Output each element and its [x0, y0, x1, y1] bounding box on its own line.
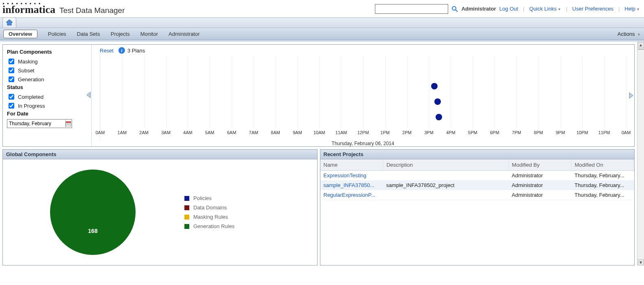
hour-label: 7PM [512, 130, 521, 135]
tab-policies[interactable]: Policies [48, 31, 66, 37]
table-cell: Thursday, February... [571, 190, 634, 200]
legend-label: Generation Rules [193, 223, 234, 229]
col-name[interactable]: Name [320, 159, 383, 171]
swatch-generation-rules [184, 224, 189, 229]
tab-overview[interactable]: Overview [3, 30, 37, 38]
table-cell: Thursday, February... [571, 181, 634, 190]
chk-in-progress-box[interactable] [9, 103, 14, 109]
recent-projects-panel: Recent Projects Name Description Modifie… [320, 149, 635, 265]
table-cell: RegularExpressionP... [320, 190, 383, 200]
hour-label: 2PM [402, 130, 412, 135]
tab-strip [0, 17, 644, 28]
legend-item-masking-rules: Masking Rules [184, 214, 234, 220]
table-header-row: Name Description Modified By Modified On [320, 159, 634, 171]
hour-label: 11AM [335, 130, 347, 135]
hour-label: 1PM [381, 130, 390, 135]
pie-legend: Policies Data Domains Masking Rules Gene… [184, 192, 234, 233]
pie-value-label: 168 [88, 228, 97, 234]
hour-label: 5PM [468, 130, 478, 135]
table-cell: ExpressionTesting [320, 171, 383, 181]
legend-label: Data Domains [193, 205, 227, 211]
chk-masking-box[interactable] [9, 59, 14, 64]
hour-label: 0AM [622, 130, 631, 135]
for-date-title: For Date [7, 111, 87, 117]
calendar-icon[interactable] [65, 120, 72, 127]
brand-block: ● ● ● ● ● ● ● ● ● informatica Test Data … [2, 2, 125, 16]
logout-link[interactable]: Log Out [499, 6, 518, 12]
timeline-next-icon[interactable] [627, 92, 635, 99]
hour-label: 6AM [227, 130, 237, 135]
hour-label: 3AM [161, 130, 171, 135]
project-link[interactable]: ExpressionTesting [324, 172, 367, 178]
chk-completed-label: Completed [18, 94, 44, 100]
hour-label: 10AM [313, 130, 325, 135]
quick-links-menu[interactable]: Quick Links▼ [529, 6, 561, 12]
hour-label: 4AM [183, 130, 193, 135]
table-cell: sample_INFA37850... [320, 181, 383, 190]
actions-menu[interactable]: Actions ▼ [618, 31, 641, 37]
chk-subset-box[interactable] [9, 67, 14, 73]
reset-link[interactable]: Reset [100, 48, 114, 54]
hour-label: 7AM [249, 130, 258, 135]
table-row[interactable]: sample_INFA37850...sample_INFA378502_pro… [320, 181, 634, 190]
hour-label: 5AM [205, 130, 215, 135]
table-row[interactable]: RegularExpressionP...AdministratorThursd… [320, 190, 634, 200]
tab-monitor[interactable]: Monitor [140, 31, 158, 37]
tab-projects[interactable]: Projects [111, 31, 130, 37]
hour-label: 12PM [357, 130, 369, 135]
hour-label: 8AM [271, 130, 280, 135]
col-modified-by[interactable]: Modified By [508, 159, 571, 171]
user-preferences-link[interactable]: User Preferences [572, 6, 613, 12]
svg-point-0 [452, 7, 456, 10]
chk-subset[interactable]: Subset [7, 66, 87, 74]
scroll-up-icon[interactable]: ▲ [638, 42, 644, 48]
filter-panel: Plan Components Masking Subset Generatio… [3, 45, 92, 146]
project-link[interactable]: sample_INFA37850... [324, 182, 375, 188]
table-cell [383, 190, 508, 200]
scroll-down-icon[interactable]: ▼ [638, 259, 644, 265]
table-cell: Thursday, February... [571, 171, 634, 181]
tab-data-sets[interactable]: Data Sets [77, 31, 100, 37]
scroll-thumb[interactable] [638, 49, 644, 50]
chk-in-progress-label: In Progress [18, 103, 45, 109]
tab-administrator[interactable]: Administrator [169, 31, 200, 37]
col-description[interactable]: Description [383, 159, 508, 171]
chk-in-progress[interactable]: In Progress [7, 102, 87, 110]
timeline-panel: Reset i 3 Plans 0AM1AM2AM3AM4AM5AM6AM7AM… [92, 45, 634, 146]
home-tab[interactable] [2, 17, 16, 28]
brand-product: Test Data Manager [59, 6, 125, 15]
top-header: ● ● ● ● ● ● ● ● ● informatica Test Data … [0, 0, 644, 16]
project-link[interactable]: RegularExpressionP... [324, 192, 376, 198]
legend-label: Masking Rules [193, 214, 228, 220]
chk-generation-label: Generation [18, 76, 44, 83]
col-modified-on[interactable]: Modified On [571, 159, 634, 171]
chk-masking-label: Masking [18, 59, 37, 65]
table-row[interactable]: ExpressionTestingAdministratorThursday, … [320, 171, 634, 181]
main-area: ▲ ▼ Plan Components Masking Subset Gener… [0, 40, 644, 265]
nav-bar: Overview Policies Data Sets Projects Mon… [0, 28, 644, 40]
chk-completed-box[interactable] [9, 94, 14, 100]
plan-dot[interactable] [436, 114, 442, 120]
for-date-field[interactable] [7, 119, 72, 128]
chk-generation-box[interactable] [9, 76, 14, 82]
svg-line-1 [456, 10, 458, 12]
help-menu[interactable]: Help▼ [624, 6, 640, 12]
chk-masking[interactable]: Masking [7, 57, 87, 65]
chk-generation[interactable]: Generation [7, 75, 87, 83]
hour-label: 6PM [490, 130, 499, 135]
table-cell: Administrator [508, 171, 571, 181]
search-icon[interactable] [451, 6, 458, 12]
plan-dot[interactable] [434, 98, 441, 105]
chk-subset-label: Subset [18, 67, 34, 74]
caret-down-icon: ▼ [557, 7, 561, 11]
for-date-input[interactable] [7, 120, 65, 127]
caret-down-icon: ▼ [636, 7, 640, 11]
hour-label: 8PM [534, 130, 543, 135]
plan-dot[interactable] [431, 83, 438, 89]
swatch-policies [184, 196, 189, 201]
hour-label: 2AM [139, 130, 149, 135]
search-input[interactable] [375, 4, 448, 14]
actions-label: Actions [618, 31, 635, 37]
vertical-scrollbar[interactable]: ▲ ▼ [637, 42, 644, 265]
chk-completed[interactable]: Completed [7, 93, 87, 101]
